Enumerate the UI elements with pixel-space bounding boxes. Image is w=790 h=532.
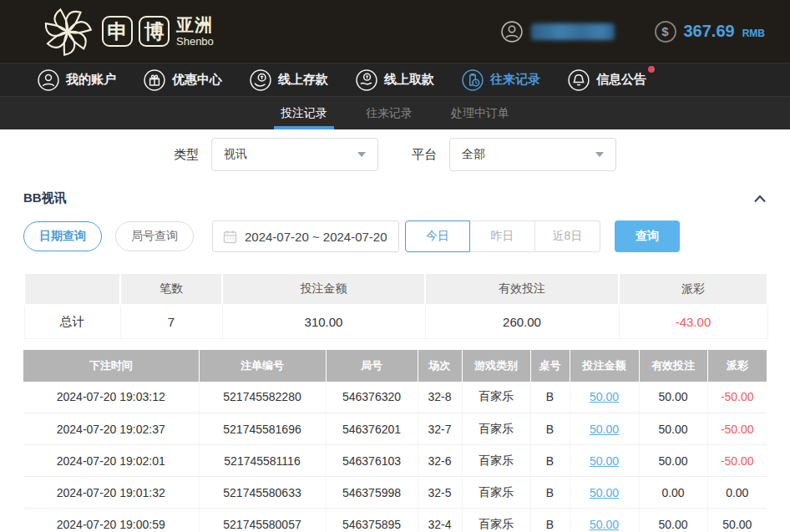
user-account-area[interactable]	[501, 21, 615, 43]
nav-label: 我的账户	[66, 72, 116, 88]
cell-valid-bet: 50.00	[639, 445, 707, 477]
detail-header-time: 下注时间	[23, 350, 199, 382]
nav-label: 优惠中心	[172, 72, 222, 88]
bet-amount-link[interactable]: 50.00	[590, 423, 619, 436]
detail-header-table-no: 桌号	[530, 350, 570, 382]
nav-item-withdraw[interactable]: 线上取款	[356, 69, 434, 91]
quick-date-group: 今日 昨日 近8日	[405, 220, 600, 252]
type-filter-label: 类型	[174, 147, 199, 163]
cell-bet-time: 2024-07-20 19:00:59	[23, 509, 199, 532]
summary-total-count: 7	[120, 305, 222, 338]
cell-round-id: 546376103	[326, 445, 418, 477]
records-icon	[462, 69, 484, 91]
cell-session: 32-4	[418, 509, 462, 532]
cell-bet-id: 521745580633	[199, 477, 326, 509]
table-row: 2024-07-20 19:03:12 521745582280 5463763…	[23, 382, 767, 413]
detail-header-round-id: 局号	[326, 350, 418, 382]
nav-label: 线上存款	[278, 72, 328, 88]
cell-valid-bet: 50.00	[639, 509, 707, 532]
query-controls: 日期查询 局号查询 2024-07-20 ~ 2024-07-20 今日 昨日 …	[0, 220, 790, 252]
summary-header-bet-amount: 投注金额	[222, 273, 425, 305]
cell-session: 32-8	[418, 382, 462, 413]
cell-game-type: 百家乐	[462, 477, 530, 509]
platform-select-value: 全部	[462, 147, 485, 162]
date-query-button[interactable]: 日期查询	[23, 221, 102, 251]
cell-table-no: B	[530, 509, 570, 532]
cell-valid-bet: 50.00	[639, 413, 707, 445]
cell-bet-time: 2024-07-20 19:03:12	[23, 382, 199, 413]
search-button[interactable]: 查询	[615, 220, 680, 252]
detail-header-payout: 派彩	[707, 350, 767, 382]
nav-item-promotions[interactable]: 优惠中心	[144, 69, 222, 91]
quick-btn-last8days[interactable]: 近8日	[535, 220, 600, 252]
user-icon	[38, 69, 59, 91]
collapse-chevron-up-icon[interactable]	[753, 195, 767, 203]
table-row: 2024-07-20 19:02:01 521745581116 5463761…	[23, 445, 767, 477]
cell-payout: -50.00	[707, 382, 767, 413]
summary-header-payout: 派彩	[619, 273, 767, 305]
table-row: 2024-07-20 19:02:37 521745581696 5463762…	[23, 413, 767, 445]
top-header: 申 博 亚洲 Shenbo $ 367.69 RMB	[0, 0, 790, 63]
nav-label: 信息公告	[596, 72, 646, 88]
cell-bet-id: 521745581116	[199, 445, 326, 477]
withdraw-icon	[356, 69, 377, 91]
cell-bet-id: 521745581696	[199, 413, 326, 445]
calendar-icon	[223, 230, 237, 244]
balance-area[interactable]: $ 367.69 RMB	[655, 21, 766, 43]
cell-game-type: 百家乐	[462, 413, 530, 445]
record-tabs: 投注记录 往来记录 处理中订单	[0, 96, 790, 129]
cell-bet-id: 521745580057	[199, 509, 326, 532]
type-select-value: 视讯	[224, 147, 247, 162]
brand-subtitle: Shenbo	[176, 36, 214, 47]
user-avatar-icon	[501, 21, 523, 43]
flower-logo-icon	[42, 6, 94, 58]
summary-header-blank	[24, 273, 120, 305]
cell-round-id: 546375895	[326, 509, 418, 532]
main-nav: 我的账户 优惠中心 线上存款 线上取款 往来记录	[0, 63, 790, 96]
detail-header-bet-id: 注单编号	[199, 350, 326, 382]
round-query-button[interactable]: 局号查询	[115, 221, 194, 251]
summary-total-valid-bet: 260.00	[425, 305, 619, 338]
cell-payout: 50.00	[707, 509, 767, 532]
section-header: BB视讯	[0, 190, 790, 206]
tab-transaction-records[interactable]: 往来记录	[359, 97, 419, 129]
quick-btn-today[interactable]: 今日	[405, 220, 470, 252]
table-row: 2024-07-20 19:01:32 521745580633 5463759…	[23, 477, 767, 509]
nav-item-deposit[interactable]: 线上存款	[250, 69, 328, 91]
chevron-down-icon	[595, 152, 604, 157]
date-range-input[interactable]: 2024-07-20 ~ 2024-07-20	[212, 220, 399, 252]
cell-round-id: 546375998	[326, 477, 418, 509]
balance-amount: 367.69	[684, 22, 735, 41]
cell-bet-id: 521745582280	[199, 382, 326, 413]
summary-header-row: 笔数 投注金额 有效投注 派彩	[24, 273, 767, 305]
summary-total-label: 总计	[24, 305, 120, 338]
cell-game-type: 百家乐	[462, 445, 530, 477]
brand-logo[interactable]: 申 博 亚洲 Shenbo	[42, 6, 214, 58]
type-select[interactable]: 视讯	[211, 138, 378, 171]
detail-header-valid-bet: 有效投注	[639, 350, 707, 382]
bet-amount-link[interactable]: 50.00	[590, 454, 619, 468]
bet-detail-table: 下注时间 注单编号 局号 场次 游戏类别 桌号 投注金额 有效投注 派彩 202…	[23, 350, 767, 532]
date-range-value: 2024-07-20 ~ 2024-07-20	[245, 230, 387, 244]
notification-badge	[648, 66, 655, 73]
cell-table-no: B	[530, 445, 570, 477]
bet-amount-link[interactable]: 50.00	[590, 390, 619, 403]
tab-bet-records[interactable]: 投注记录	[274, 97, 334, 129]
nav-item-announcements[interactable]: 信息公告	[568, 69, 646, 91]
tab-processing-orders[interactable]: 处理中订单	[444, 97, 516, 129]
brand-char-1: 申	[102, 16, 133, 47]
nav-item-records[interactable]: 往来记录	[462, 69, 540, 91]
cell-table-no: B	[530, 413, 570, 445]
quick-btn-yesterday[interactable]: 昨日	[470, 220, 535, 252]
summary-header-valid-bet: 有效投注	[425, 273, 619, 305]
filter-row: 类型 视讯 平台 全部	[0, 129, 790, 171]
cell-payout: 0.00	[707, 477, 767, 509]
bet-amount-link[interactable]: 50.00	[590, 486, 619, 499]
bet-amount-link[interactable]: 50.00	[590, 518, 619, 531]
nav-item-my-account[interactable]: 我的账户	[38, 69, 116, 91]
summary-total-row: 总计 7 310.00 260.00 -43.00	[24, 305, 767, 338]
cell-payout: -50.00	[707, 445, 767, 477]
platform-select[interactable]: 全部	[449, 138, 616, 171]
nav-label: 往来记录	[490, 72, 540, 88]
brand-region-label: 亚洲	[176, 16, 214, 33]
